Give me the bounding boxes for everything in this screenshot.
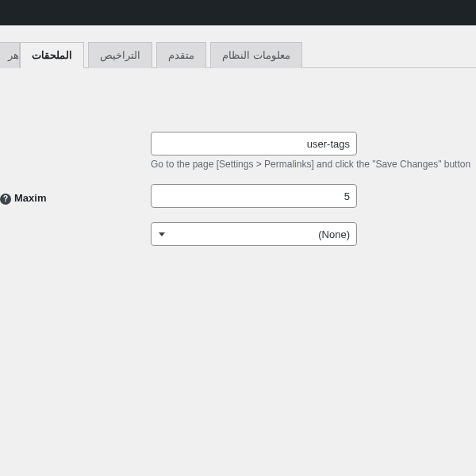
settings-panel: هر الملحقات التراخيص متقدم معلومات النظا… bbox=[0, 25, 476, 246]
settings-tabs: هر الملحقات التراخيص متقدم معلومات النظا… bbox=[0, 41, 476, 68]
tab-partial[interactable]: هر bbox=[0, 42, 20, 68]
form-area: x Go to the page [Settings > Permalinks]… bbox=[0, 68, 476, 246]
help-icon[interactable]: ? bbox=[0, 194, 11, 205]
admin-topbar bbox=[0, 0, 476, 25]
tab-licenses[interactable]: التراخيص bbox=[88, 42, 152, 68]
tab-extensions[interactable]: الملحقات bbox=[20, 42, 84, 68]
tab-system-info[interactable]: معلومات النظام bbox=[210, 42, 302, 68]
slug-input[interactable] bbox=[151, 132, 357, 155]
max-label: ?Maxim bbox=[0, 187, 151, 205]
slug-hint: Go to the page [Settings > Permalinks] a… bbox=[151, 159, 476, 170]
option-select[interactable]: (None) bbox=[151, 222, 357, 246]
tab-advanced[interactable]: متقدم bbox=[156, 42, 206, 68]
max-input[interactable] bbox=[151, 184, 357, 208]
